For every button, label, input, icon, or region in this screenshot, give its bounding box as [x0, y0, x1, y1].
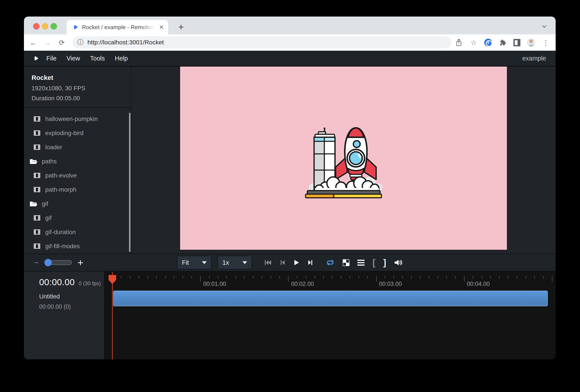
- in-point-icon[interactable]: [: [372, 258, 375, 267]
- film-icon: [33, 116, 40, 122]
- ruler-label-4s: 00:04.00: [467, 281, 490, 287]
- previous-frame-icon[interactable]: [280, 260, 285, 265]
- composition-duration: Duration 00:05.00: [31, 95, 131, 102]
- zoom-in-icon[interactable]: +: [77, 258, 83, 267]
- playhead-handle[interactable]: [109, 275, 116, 284]
- play-icon[interactable]: [293, 260, 299, 265]
- film-icon: [33, 130, 40, 136]
- profile-avatar[interactable]: [527, 38, 535, 47]
- tab-search-chevron-icon[interactable]: [540, 23, 548, 30]
- rocket-illustration: [301, 116, 386, 201]
- loop-icon[interactable]: [326, 259, 335, 266]
- zoom-window-button[interactable]: [50, 23, 57, 30]
- timeline-tracks-area[interactable]: 00:01.00 00:02.00 00:03.00 00:04.00: [104, 271, 556, 359]
- timeline-zoom-controls: − +: [34, 254, 83, 271]
- close-tab-icon[interactable]: ✕: [159, 24, 164, 30]
- password-manager-icon[interactable]: [484, 39, 492, 47]
- timeline-info-panel: 00:00.00 0 (30 fps) Untitled 00:00.00 (0…: [24, 271, 104, 359]
- window-controls: [33, 23, 57, 30]
- next-frame-icon[interactable]: [308, 260, 313, 265]
- transport-controls: [264, 260, 313, 265]
- timeline-panel: 00:00.00 0 (30 fps) Untitled 00:00.00 (0…: [24, 271, 556, 359]
- timeline-zoom-slider[interactable]: [45, 260, 72, 265]
- chevron-down-icon: [202, 261, 207, 264]
- current-frame-info: 0 (30 fps): [79, 280, 101, 286]
- list-item-gif-fill-modes[interactable]: gif-fill-modes: [24, 239, 131, 253]
- main-area: Rocket 1920x1080, 30 FPS Duration 00:05.…: [24, 67, 556, 254]
- timeline-rows-icon[interactable]: [357, 260, 365, 265]
- browser-action-icons: ☆ ⋮: [455, 34, 550, 51]
- compositions-sidebar: Rocket 1920x1080, 30 FPS Duration 00:05.…: [24, 67, 132, 254]
- film-icon: [33, 229, 40, 235]
- tab-title: Rocket / example - Remotion P: [82, 24, 157, 31]
- share-icon[interactable]: [455, 38, 463, 47]
- film-icon: [33, 172, 40, 178]
- composition-title: Rocket: [31, 74, 131, 81]
- remotion-favicon: [72, 24, 78, 30]
- list-item-exploding-bird[interactable]: exploding-bird: [24, 126, 131, 140]
- menu-view[interactable]: View: [67, 55, 80, 62]
- out-point-icon[interactable]: ]: [383, 258, 386, 267]
- preview-pane: [132, 67, 556, 254]
- reload-icon[interactable]: ⟳: [57, 34, 67, 51]
- ruler-label-2s: 00:02.00: [291, 281, 314, 287]
- url-text[interactable]: http://localhost:3001/Rocket: [87, 39, 164, 46]
- browser-tab[interactable]: Rocket / example - Remotion P ✕: [67, 20, 168, 34]
- slider-thumb[interactable]: [44, 259, 52, 266]
- bookmark-star-icon[interactable]: ☆: [469, 38, 478, 47]
- chevron-down-icon: [242, 261, 247, 264]
- transparency-checkerboard-icon[interactable]: [343, 259, 349, 266]
- browser-window: Rocket / example - Remotion P ✕ + ← → ⟳ …: [24, 16, 556, 359]
- film-icon: [33, 144, 40, 150]
- track-name[interactable]: Untitled: [39, 293, 104, 300]
- browser-menu-kebab-icon[interactable]: ⋮: [542, 38, 550, 47]
- film-icon: [33, 187, 40, 193]
- video-canvas[interactable]: [180, 67, 507, 250]
- site-info-icon[interactable]: ⓘ: [77, 38, 84, 47]
- forward-icon[interactable]: →: [43, 34, 52, 51]
- back-icon[interactable]: ←: [29, 34, 38, 51]
- remotion-logo-icon[interactable]: [33, 56, 38, 61]
- canvas-size-dropdown[interactable]: Fit: [177, 256, 212, 269]
- browser-tab-strip: Rocket / example - Remotion P ✕ +: [24, 16, 556, 34]
- folder-item-gif[interactable]: gif: [24, 197, 131, 211]
- ruler-label-3s: 00:03.00: [379, 281, 402, 287]
- list-item-gif-duration[interactable]: gif-duration: [24, 225, 131, 239]
- open-folder-icon: [30, 158, 37, 164]
- playback-cluster: Fit 1x: [177, 254, 403, 271]
- new-tab-button[interactable]: +: [174, 20, 187, 33]
- menu-file[interactable]: File: [46, 55, 57, 62]
- minimize-window-button[interactable]: [42, 23, 48, 30]
- address-bar[interactable]: ⓘ http://localhost:3001/Rocket: [72, 36, 451, 48]
- menu-tools[interactable]: Tools: [90, 55, 105, 62]
- menu-help[interactable]: Help: [115, 55, 128, 62]
- list-item-loader[interactable]: loader: [24, 140, 131, 154]
- extensions-puzzle-icon[interactable]: [499, 38, 507, 47]
- zoom-out-icon[interactable]: −: [34, 258, 39, 267]
- playhead-line[interactable]: [112, 272, 113, 359]
- close-window-button[interactable]: [33, 23, 40, 30]
- project-name-label: example: [522, 55, 546, 62]
- list-item-path-morph[interactable]: path-morph: [24, 182, 131, 197]
- composition-resolution: 1920x1080, 30 FPS: [31, 85, 131, 92]
- film-icon: [33, 243, 40, 249]
- open-folder-icon: [30, 201, 37, 207]
- list-item-gif[interactable]: gif: [24, 211, 131, 225]
- menu-items: File View Tools Help: [46, 55, 128, 62]
- folder-item-paths[interactable]: paths: [24, 154, 131, 168]
- composition-info: Rocket 1920x1080, 30 FPS Duration 00:05.…: [24, 67, 131, 102]
- sidebar-scrollbar[interactable]: [129, 113, 131, 252]
- desktop-background: Rocket / example - Remotion P ✕ + ← → ⟳ …: [0, 0, 580, 392]
- current-timecode: 00:00.00: [39, 277, 75, 287]
- list-item-path-evolve[interactable]: path-evolve: [24, 168, 131, 182]
- remotion-menubar: File View Tools Help example: [24, 51, 556, 67]
- volume-icon[interactable]: [394, 259, 403, 266]
- skip-to-start-icon[interactable]: [264, 260, 271, 265]
- extension-box-icon[interactable]: [513, 39, 520, 46]
- list-item-halloween-pumpkin[interactable]: halloween-pumpkin: [24, 112, 131, 126]
- playback-speed-dropdown[interactable]: 1x: [217, 256, 252, 269]
- track-time: 00:00.00 (0): [39, 303, 104, 310]
- timeline-track-bar[interactable]: [113, 291, 548, 306]
- ruler-label-1s: 00:01.00: [203, 281, 226, 287]
- film-icon: [33, 215, 40, 221]
